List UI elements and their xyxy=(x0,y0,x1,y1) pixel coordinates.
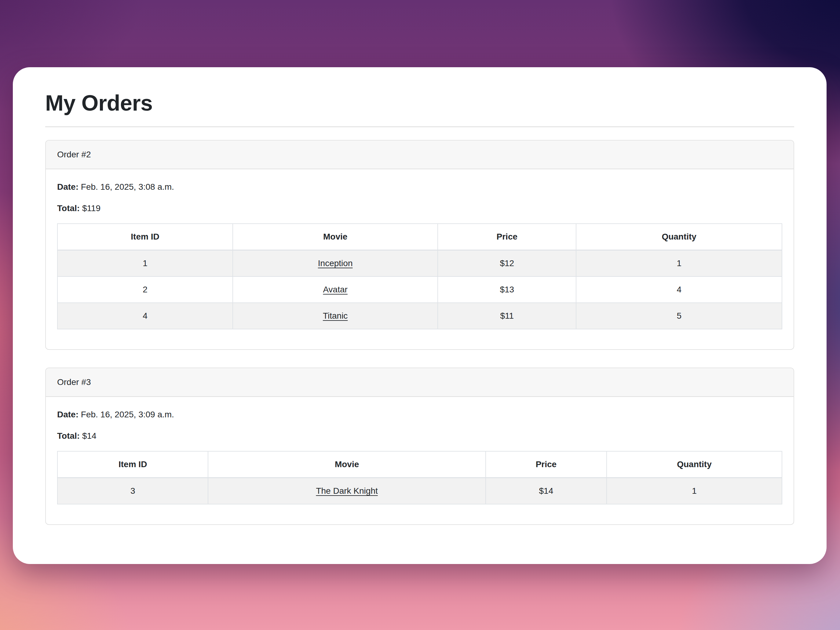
movie-link[interactable]: Titanic xyxy=(323,311,347,321)
order-items-table: Item ID Movie Price Quantity 1 Inception… xyxy=(57,223,782,329)
column-header-movie: Movie xyxy=(233,224,438,250)
movie-cell: Inception xyxy=(233,250,438,277)
price-cell: $12 xyxy=(438,250,576,277)
table-row: 3 The Dark Knight $14 1 xyxy=(57,478,782,504)
table-row: 2 Avatar $13 4 xyxy=(57,276,782,303)
order-card-header: Order #3 xyxy=(46,368,794,397)
order-total-label: Total: xyxy=(57,204,80,213)
movie-link[interactable]: Inception xyxy=(318,259,353,268)
quantity-cell: 4 xyxy=(576,276,782,303)
movie-link[interactable]: The Dark Knight xyxy=(316,486,377,496)
order-card: Order #3 Date: Feb. 16, 2025, 3:09 a.m. … xyxy=(45,368,794,525)
price-cell: $14 xyxy=(486,478,606,504)
item-id-cell: 1 xyxy=(57,250,233,277)
order-total-line: Total: $14 xyxy=(57,429,782,442)
order-card: Order #2 Date: Feb. 16, 2025, 3:08 a.m. … xyxy=(45,140,794,350)
page-title: My Orders xyxy=(45,90,794,116)
order-date-value: Feb. 16, 2025, 3:09 a.m. xyxy=(81,410,174,419)
price-cell: $13 xyxy=(438,276,576,303)
orders-panel: My Orders Order #2 Date: Feb. 16, 2025, … xyxy=(13,67,827,564)
item-id-cell: 4 xyxy=(57,303,233,329)
table-row: 1 Inception $12 1 xyxy=(57,250,782,277)
column-header-quantity: Quantity xyxy=(606,451,782,478)
item-id-cell: 3 xyxy=(57,478,208,504)
movie-cell: Titanic xyxy=(233,303,438,329)
order-items-table: Item ID Movie Price Quantity 3 The Dark … xyxy=(57,451,782,504)
item-id-cell: 2 xyxy=(57,276,233,303)
order-card-header: Order #2 xyxy=(46,141,794,169)
column-header-item-id: Item ID xyxy=(57,451,208,478)
order-date-label: Date: xyxy=(57,410,79,419)
movie-cell: Avatar xyxy=(233,276,438,303)
order-card-body: Date: Feb. 16, 2025, 3:09 a.m. Total: $1… xyxy=(46,397,794,524)
quantity-cell: 5 xyxy=(576,303,782,329)
order-total-label: Total: xyxy=(57,431,80,441)
order-total-value: $14 xyxy=(82,431,96,441)
column-header-price: Price xyxy=(486,451,606,478)
order-date-label: Date: xyxy=(57,182,79,191)
order-date-value: Feb. 16, 2025, 3:08 a.m. xyxy=(81,182,174,191)
quantity-cell: 1 xyxy=(576,250,782,277)
order-date-line: Date: Feb. 16, 2025, 3:08 a.m. xyxy=(57,180,782,193)
column-header-movie: Movie xyxy=(208,451,485,478)
order-total-line: Total: $119 xyxy=(57,202,782,215)
movie-cell: The Dark Knight xyxy=(208,478,485,504)
column-header-quantity: Quantity xyxy=(576,224,782,250)
table-header-row: Item ID Movie Price Quantity xyxy=(57,451,782,478)
table-header-row: Item ID Movie Price Quantity xyxy=(57,224,782,250)
quantity-cell: 1 xyxy=(606,478,782,504)
column-header-price: Price xyxy=(438,224,576,250)
order-card-body: Date: Feb. 16, 2025, 3:08 a.m. Total: $1… xyxy=(46,169,794,349)
title-divider xyxy=(45,126,794,127)
order-total-value: $119 xyxy=(82,204,101,213)
table-row: 4 Titanic $11 5 xyxy=(57,303,782,329)
column-header-item-id: Item ID xyxy=(57,224,233,250)
order-date-line: Date: Feb. 16, 2025, 3:09 a.m. xyxy=(57,408,782,421)
movie-link[interactable]: Avatar xyxy=(323,285,347,294)
price-cell: $11 xyxy=(438,303,576,329)
